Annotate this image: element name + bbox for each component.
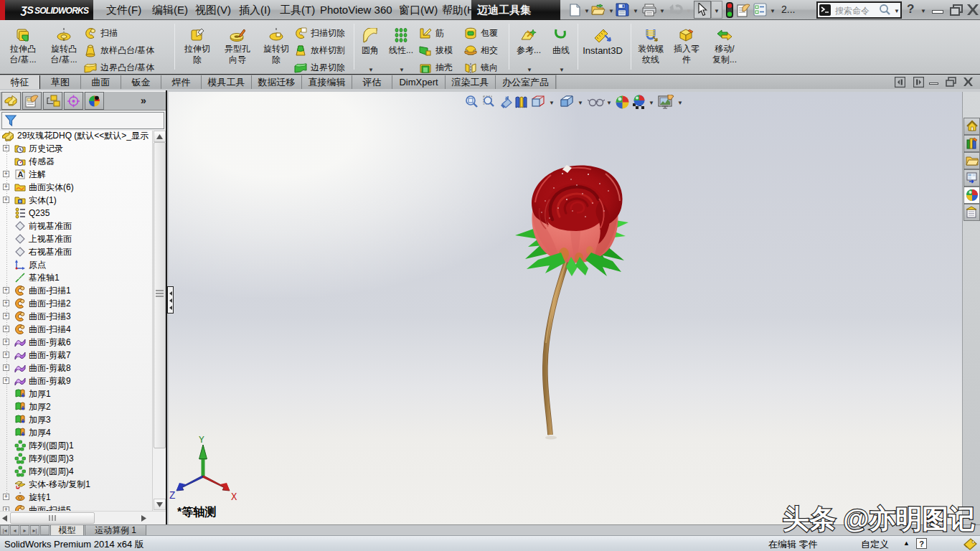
svg-text:ƷS: ƷS: [20, 4, 34, 16]
svg-text:SOLIDWORKS: SOLIDWORKS: [34, 6, 89, 16]
svg-text:Y: Y: [199, 435, 204, 446]
svg-text:Z: Z: [169, 490, 175, 501]
svg-text:X: X: [231, 491, 237, 503]
